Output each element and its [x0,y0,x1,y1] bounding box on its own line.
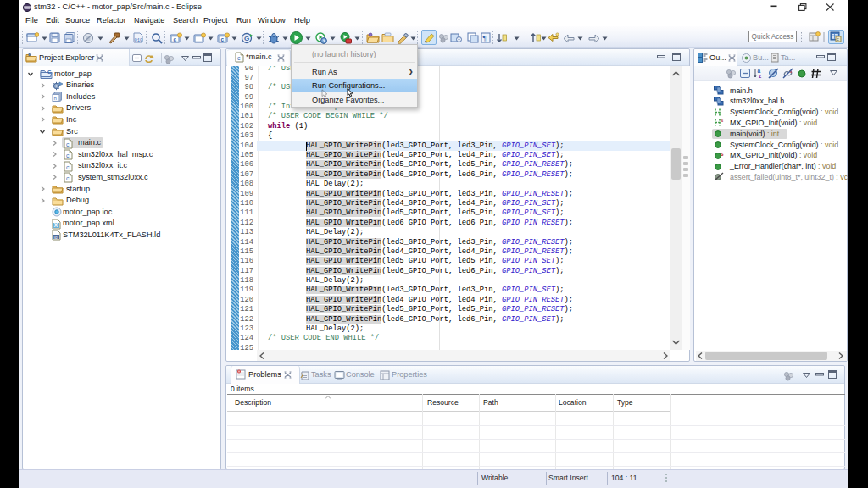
svg-text:c: c [66,175,70,181]
svg-text:z: z [759,73,762,79]
svg-text:h: h [54,96,57,101]
svg-text:010: 010 [135,37,143,43]
svg-text:G: G [244,35,249,42]
svg-text:c: c [66,141,70,147]
svg-text:X: X [54,222,58,228]
svg-text:ld: ld [54,235,58,240]
svg-text:¶: ¶ [483,34,487,42]
svg-text:c: c [221,36,225,42]
svg-text:c: c [174,36,177,42]
svg-text:c: c [66,152,70,158]
svg-text:c: c [237,55,241,61]
svg-text:s: s [721,151,724,157]
svg-text:s: s [721,118,724,123]
svg-text:c: c [66,164,70,170]
svg-text:C: C [47,69,52,75]
